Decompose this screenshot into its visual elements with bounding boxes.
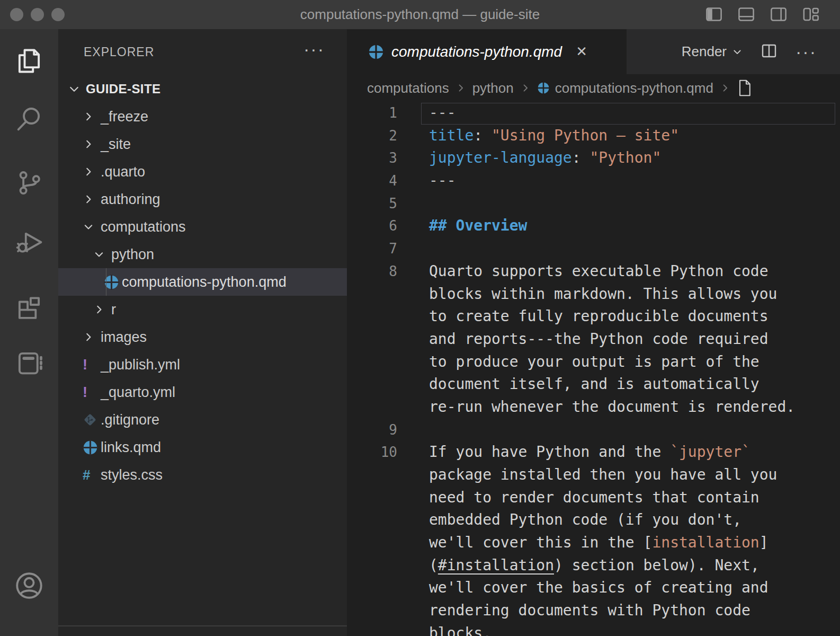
tree-root-guide-site[interactable]: GUIDE-SITE [58, 75, 347, 103]
tree-item-r[interactable]: r [58, 296, 347, 323]
code-line[interactable]: 10If you have Python and the `jupyter` [347, 441, 840, 464]
file-tree: _freeze_site.quartoauthoringcomputations… [58, 103, 347, 489]
line-number: 3 [347, 147, 397, 170]
notebook-icon[interactable] [0, 334, 58, 392]
split-editor-icon[interactable] [761, 42, 778, 61]
code-line[interactable]: rendering documents with Python code [347, 599, 840, 622]
breadcrumb-item[interactable]: computations [367, 80, 449, 96]
code-line[interactable]: 4--- [347, 170, 840, 192]
code-line[interactable]: 5 [347, 192, 840, 215]
chevron-right-icon [83, 331, 94, 343]
more-actions-icon[interactable]: ··· [796, 41, 817, 62]
code-line[interactable]: package installed then you have all you [347, 464, 840, 487]
activity-bar [0, 29, 58, 636]
code-line[interactable]: need to render documents that contain [347, 487, 840, 509]
code-line[interactable]: (#installation) section below). Next, [347, 554, 840, 577]
tree-item-python[interactable]: python [58, 241, 347, 268]
chevron-right-icon [83, 166, 94, 178]
explorer-icon[interactable] [0, 32, 58, 90]
editor-code-area[interactable]: 1---2title: "Using Python — site"3jupyte… [347, 102, 840, 636]
tree-item--freeze[interactable]: _freeze [58, 103, 347, 130]
account-icon[interactable] [0, 556, 58, 615]
css-file-icon: # [83, 468, 90, 482]
render-label: Render [682, 43, 727, 60]
git-file-icon [83, 412, 97, 427]
chevron-down-icon [83, 221, 94, 233]
code-line[interactable]: 9 [347, 419, 840, 441]
line-number [347, 283, 397, 306]
line-number: 7 [347, 237, 397, 260]
tree-item-label: images [101, 329, 147, 346]
code-line[interactable]: to produce your output is part of the [347, 351, 840, 374]
line-number [347, 396, 397, 419]
tree-item-computations[interactable]: computations [58, 213, 347, 241]
code-line[interactable]: document itself, and is automatically [347, 373, 840, 396]
code-line[interactable]: we'll cover this in the [installation] [347, 532, 840, 554]
line-number: 8 [347, 260, 397, 283]
outline-section[interactable]: OUTLINE [58, 625, 347, 636]
tree-item--site[interactable]: _site [58, 130, 347, 158]
tree-item-computations-python-qmd[interactable]: computations-python.qmd [58, 268, 347, 296]
line-number [347, 622, 397, 636]
code-line[interactable]: 3jupyter-language: "Python" [347, 147, 840, 170]
toggle-primary-sidebar-icon[interactable] [705, 5, 723, 23]
code-line[interactable]: embedded Python code (if you don't, [347, 509, 840, 532]
code-line[interactable]: and reports---the Python code required [347, 328, 840, 351]
tree-item-label: authoring [101, 191, 160, 208]
breadcrumb-item[interactable]: computations-python.qmd [537, 80, 713, 96]
yaml-file-icon: ! [83, 385, 87, 400]
tab-bar: computations-python.qmd ✕ Render ··· [347, 29, 840, 74]
tree-item-styles-css[interactable]: #styles.css [58, 461, 347, 489]
tree-item-label: styles.css [101, 467, 163, 483]
tree-item--quarto-yml[interactable]: !_quarto.yml [58, 378, 347, 406]
code-line[interactable]: blocks. [347, 622, 840, 636]
line-number [347, 351, 397, 374]
breadcrumb-separator-icon [455, 83, 466, 93]
title-bar: computations-python.qmd — guide-site [0, 0, 840, 29]
run-and-debug-icon[interactable] [0, 213, 58, 271]
line-number [347, 509, 397, 532]
line-number [347, 373, 397, 396]
code-line[interactable]: 7 [347, 237, 840, 260]
line-number: 10 [347, 441, 397, 464]
code-line[interactable]: re-run whenever the document is rendered… [347, 396, 840, 419]
current-line-highlight [421, 103, 835, 125]
code-line[interactable]: we'll cover the basics of creating and [347, 577, 840, 599]
tree-item--gitignore[interactable]: .gitignore [58, 406, 347, 434]
toggle-panel-icon[interactable] [737, 5, 755, 23]
tree-item--quarto[interactable]: .quarto [58, 158, 347, 186]
breadcrumbs: computationspythoncomputations-python.qm… [347, 74, 840, 102]
render-button[interactable]: Render [682, 43, 743, 60]
tree-item-authoring[interactable]: authoring [58, 186, 347, 213]
chevron-right-icon [83, 111, 94, 122]
quarto-file-icon [368, 44, 384, 60]
line-number: 2 [347, 125, 397, 147]
quarto-file-icon [83, 440, 98, 455]
tree-item-label: computations-python.qmd [122, 274, 287, 290]
line-number [347, 532, 397, 554]
breadcrumb-item[interactable]: python [472, 80, 514, 96]
source-control-icon[interactable] [0, 154, 58, 212]
line-number: 1 [347, 102, 397, 125]
tree-item-label: _site [101, 136, 131, 153]
code-line[interactable]: to create fully reproducible documents [347, 305, 840, 328]
search-icon[interactable] [0, 90, 58, 148]
yaml-file-icon: ! [83, 358, 87, 372]
editor-group: computations-python.qmd ✕ Render ··· com… [347, 29, 840, 636]
extensions-icon[interactable] [0, 276, 58, 334]
code-line[interactable]: 8Quarto supports executable Python code [347, 260, 840, 283]
settings-gear-icon[interactable] [0, 620, 58, 636]
tree-item-images[interactable]: images [58, 323, 347, 351]
quarto-file-icon [537, 82, 550, 94]
code-line[interactable]: blocks within markdown. This allows you [347, 283, 840, 306]
code-line[interactable]: 6## Overview [347, 215, 840, 237]
views-and-more-actions-icon[interactable]: ··· [303, 39, 325, 59]
tree-item--publish-yml[interactable]: !_publish.yml [58, 351, 347, 378]
toggle-secondary-sidebar-icon[interactable] [770, 5, 788, 23]
code-line[interactable]: 2title: "Using Python — site" [347, 125, 840, 147]
tree-item-links-qmd[interactable]: links.qmd [58, 434, 347, 461]
line-number [347, 599, 397, 622]
tab-computations-python-qmd[interactable]: computations-python.qmd ✕ [347, 29, 627, 74]
close-tab-icon[interactable]: ✕ [576, 43, 587, 60]
customize-layout-icon[interactable] [802, 5, 820, 23]
